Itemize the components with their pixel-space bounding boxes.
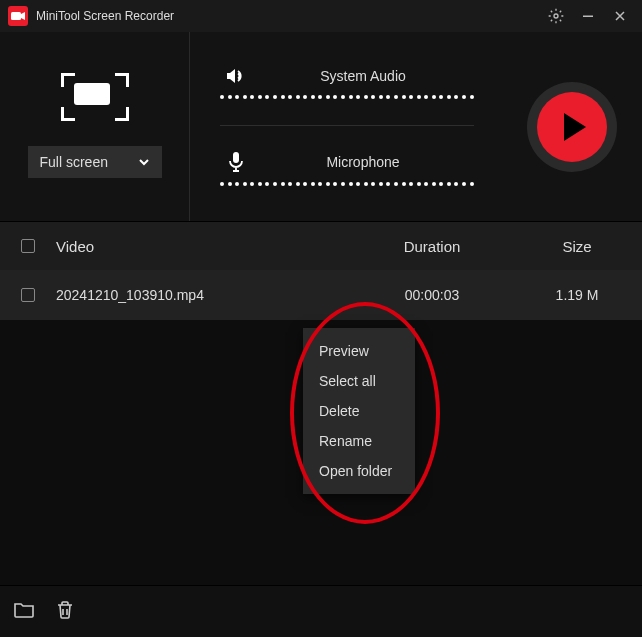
row-duration: 00:00:03 [352,287,512,303]
capture-mode-dropdown[interactable]: Full screen [28,146,162,178]
capture-area-section: Full screen [0,32,190,221]
select-all-checkbox[interactable] [21,239,35,253]
system-audio-level [220,95,474,99]
settings-button[interactable] [540,2,572,30]
control-panel: Full screen System Audio Microphone [0,32,642,222]
table-row[interactable]: 20241210_103910.mp4 00:00:03 1.19 M [0,270,642,320]
record-section [502,32,642,221]
close-button[interactable] [604,2,636,30]
chevron-down-icon [138,156,150,168]
footer-bar [0,585,642,637]
capture-area-icon[interactable] [64,76,126,118]
app-icon [8,6,28,26]
delete-button[interactable] [56,600,74,624]
row-size: 1.19 M [512,287,642,303]
title-bar: MiniTool Screen Recorder [0,0,642,32]
row-filename: 20241210_103910.mp4 [56,287,352,303]
context-menu: Preview Select all Delete Rename Open fo… [303,328,415,494]
menu-item-rename[interactable]: Rename [303,426,415,456]
svg-point-1 [554,14,558,18]
capture-mode-label: Full screen [40,154,108,170]
record-button[interactable] [537,92,607,162]
row-checkbox[interactable] [21,288,35,302]
column-header-duration: Duration [352,238,512,255]
microphone-label: Microphone [252,154,474,170]
svg-rect-3 [233,152,239,163]
svg-rect-2 [583,16,593,18]
microphone-icon[interactable] [220,152,252,172]
microphone-level [220,182,474,186]
audio-section: System Audio Microphone [190,32,502,221]
open-folder-button[interactable] [14,601,34,623]
column-header-size: Size [512,238,642,255]
svg-rect-0 [11,12,21,20]
recordings-header: Video Duration Size [0,222,642,270]
microphone-row: Microphone [220,152,474,186]
minimize-button[interactable] [572,2,604,30]
menu-item-open-folder[interactable]: Open folder [303,456,415,486]
system-audio-label: System Audio [252,68,474,84]
system-audio-row: System Audio [220,67,474,99]
menu-item-delete[interactable]: Delete [303,396,415,426]
column-header-video: Video [56,238,352,255]
menu-item-preview[interactable]: Preview [303,336,415,366]
menu-item-select-all[interactable]: Select all [303,366,415,396]
speaker-icon[interactable] [220,67,252,85]
app-title: MiniTool Screen Recorder [36,9,174,23]
